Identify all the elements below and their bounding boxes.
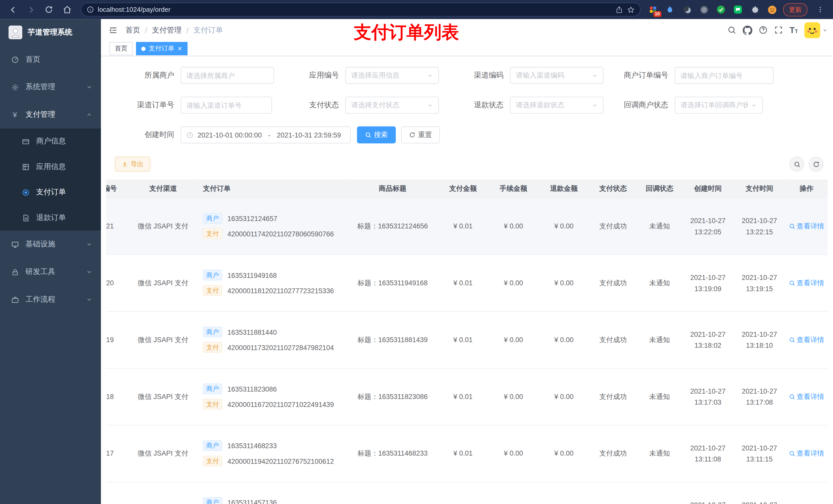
merchant-order-no-input[interactable] <box>675 67 774 84</box>
chevron-down-icon <box>427 73 433 79</box>
cell-id: 18 <box>106 368 128 425</box>
table-row: 19 微信 JSAPI 支付 商户1635311881440 支付4200001… <box>106 311 828 368</box>
sidebar-item-home[interactable]: 首页 <box>0 46 101 73</box>
sidebar-item-system[interactable]: 系统管理 <box>0 73 101 101</box>
merchant-label: 所属商户 <box>106 71 181 80</box>
col-pay-time: 支付时间 <box>734 180 785 198</box>
question-icon[interactable] <box>759 26 768 34</box>
breadcrumb-home[interactable]: 首页 <box>125 25 140 35</box>
profile-avatar-icon[interactable] <box>765 3 779 16</box>
sidebar-menu: 首页 系统管理 ¥ 支付管理 <box>0 46 101 313</box>
reset-button[interactable]: 重置 <box>401 127 440 144</box>
cell-amount: ¥ 0.01 <box>438 311 488 368</box>
font-size-icon[interactable]: TT <box>789 26 798 34</box>
bookmark-star-icon[interactable] <box>627 6 635 14</box>
refresh-table-button[interactable] <box>809 157 824 172</box>
cell-create-time: 2021-10-2713:18:02 <box>682 311 734 368</box>
view-detail-link[interactable]: 查看详情 <box>789 392 824 402</box>
logo[interactable]: 芋道管理系统 <box>0 19 101 46</box>
search-button[interactable]: 搜索 <box>357 127 396 144</box>
view-detail-link[interactable]: 查看详情 <box>789 221 824 231</box>
cell-order-no: 商户1635311457136 支付4200001190202110271256… <box>198 482 348 504</box>
share-icon[interactable] <box>615 6 623 14</box>
cell-channel: 微信 JSAPI 支付 <box>128 482 198 504</box>
site-info-icon[interactable] <box>87 6 94 13</box>
browser-reload-icon[interactable] <box>41 2 57 18</box>
chevron-down-icon <box>86 296 93 303</box>
search-icon <box>365 132 372 138</box>
cell-pay-time: 2021-10-2713:19:15 <box>734 255 785 311</box>
sidebar-item-merchant-info[interactable]: 商户信息 <box>0 128 101 154</box>
sidebar-item-dev-tools[interactable]: 研发工具 <box>0 258 101 286</box>
breadcrumb-pay[interactable]: 支付管理 <box>152 25 182 35</box>
green-circle-icon[interactable] <box>697 3 711 16</box>
view-detail-link[interactable]: 查看详情 <box>789 449 824 458</box>
browser-forward-icon[interactable] <box>22 2 39 18</box>
pay-badge: 支付 <box>203 229 222 239</box>
cell-order-no: 商户1635311823086 支付4200001167202110271022… <box>198 368 348 425</box>
github-icon[interactable] <box>743 25 752 35</box>
check-circle-icon[interactable] <box>714 3 728 16</box>
cell-amount: ¥ 0.01 <box>438 368 488 425</box>
merchant-input[interactable] <box>181 67 274 84</box>
dark-circle-icon[interactable] <box>680 3 694 16</box>
view-detail-link[interactable]: 查看详情 <box>789 279 824 288</box>
pay-status-select[interactable]: 请选择支付状态 <box>345 97 439 114</box>
screen: localhost:1024/pay/order 10 <box>0 0 833 504</box>
cell-channel: 微信 JSAPI 支付 <box>128 311 198 368</box>
browser-back-icon[interactable] <box>4 2 21 18</box>
col-actions: 操作 <box>785 180 828 198</box>
sidebar-item-workflow[interactable]: 工作流程 <box>0 286 101 313</box>
app-grid-icon <box>21 163 30 171</box>
channel-code-select[interactable]: 请输入渠道编码 <box>510 67 603 84</box>
chat-square-icon[interactable] <box>731 3 745 16</box>
extension-grid-icon[interactable]: 10 <box>646 3 660 16</box>
browser-menu-dots-icon[interactable] <box>812 2 829 18</box>
url-text[interactable]: localhost:1024/pay/order <box>98 6 612 13</box>
table-toolbar: 导出 <box>106 157 824 172</box>
view-detail-link[interactable]: 查看详情 <box>789 335 824 345</box>
refund-status-select[interactable]: 请选择退款状态 <box>510 97 603 114</box>
pin-drop-icon[interactable] <box>663 3 677 16</box>
merchant-order-no-label: 商户订单编号 <box>603 71 675 80</box>
notify-status-select[interactable]: 请选择订单回调商户状态 <box>675 97 763 114</box>
export-button[interactable]: 导出 <box>115 157 150 172</box>
address-bar[interactable]: localhost:1024/pay/order <box>81 3 641 16</box>
range-start[interactable]: 2021-10-01 00:00:00 <box>198 131 262 139</box>
fullscreen-icon[interactable] <box>774 26 783 34</box>
sidebar-item-refund-order[interactable]: 退款订单 <box>0 205 101 231</box>
app-select[interactable]: 请选择应用信息 <box>345 67 439 84</box>
update-button[interactable]: 更新 <box>783 3 807 16</box>
cell-refund: ¥ 0.00 <box>539 368 589 425</box>
close-icon[interactable] <box>177 46 182 51</box>
cell-order-no: 商户1635312124657 支付4200001174202110278060… <box>198 198 348 255</box>
puzzle-icon[interactable] <box>748 3 762 16</box>
sidebar-item-pay[interactable]: ¥ 支付管理 <box>0 101 101 128</box>
channel-order-no-input[interactable] <box>181 97 272 114</box>
sidebar-item-pay-order[interactable]: 支付订单 <box>0 179 101 205</box>
sidebar-item-infra[interactable]: 基础设施 <box>0 231 101 258</box>
toggle-search-button[interactable] <box>789 157 804 172</box>
target-icon <box>21 188 30 196</box>
col-id: 编号 <box>106 180 128 198</box>
create-time-range-picker[interactable]: 2021-10-01 00:00:00 - 2021-10-31 23:59:5… <box>181 127 351 144</box>
search-icon[interactable] <box>728 26 736 34</box>
create-time-label: 创建时间 <box>106 130 181 140</box>
user-menu[interactable] <box>804 22 828 38</box>
tag-pay-order[interactable]: 支付订单 <box>136 42 188 55</box>
cell-notify-status: 未通知 <box>637 198 682 255</box>
tag-home[interactable]: 首页 <box>110 42 133 55</box>
col-title: 商品标题 <box>347 180 438 198</box>
cell-title: 标题：1635311468233 <box>347 425 438 482</box>
hamburger-fold-icon[interactable] <box>101 25 125 35</box>
col-pay-status: 支付状态 <box>589 180 637 198</box>
cell-notify-status: 未通知 <box>637 255 682 311</box>
cell-refund: ¥ 0.00 <box>539 311 589 368</box>
browser-home-icon[interactable] <box>58 2 75 18</box>
range-end[interactable]: 2021-10-31 23:59:59 <box>277 131 341 139</box>
col-channel: 支付渠道 <box>128 180 198 198</box>
cell-pay-status: 支付成功 <box>589 311 637 368</box>
app-label: 应用编号 <box>274 71 345 80</box>
cell-notify-status: 未通知 <box>637 425 682 482</box>
sidebar-item-app-info[interactable]: 应用信息 <box>0 154 101 179</box>
